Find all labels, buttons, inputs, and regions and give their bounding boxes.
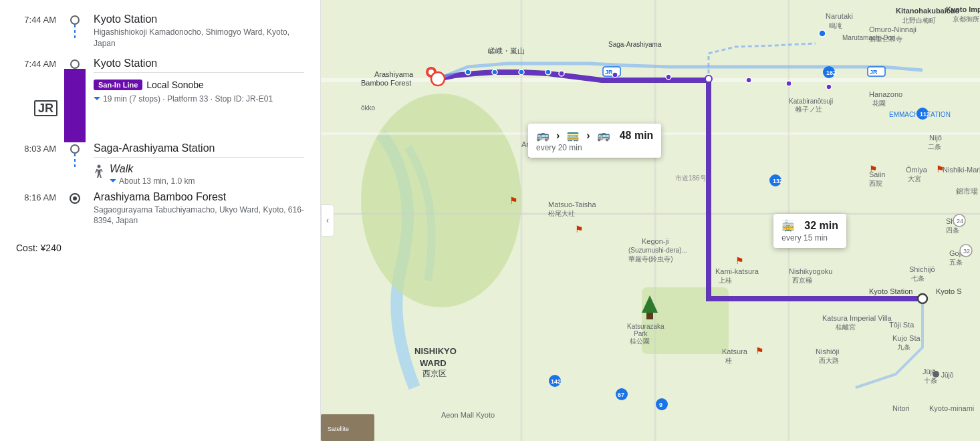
svg-text:錦市場: 錦市場 xyxy=(956,187,978,195)
destination-icon-col xyxy=(64,191,86,204)
walk-icon xyxy=(94,164,104,179)
svg-point-13 xyxy=(519,69,524,75)
svg-text:Nishiōji: Nishiōji xyxy=(816,347,839,355)
destination-address: Sagaogurayama Tabuchiyamacho, Ukyo Ward,… xyxy=(94,204,304,227)
origin-dot xyxy=(70,15,80,25)
svg-text:162: 162 xyxy=(826,69,836,76)
svg-text:Kyoto Imperial P...: Kyoto Imperial P... xyxy=(946,5,980,13)
svg-text:御室仁和寺: 御室仁和寺 xyxy=(869,35,902,43)
origin-station-name: Kyoto Station xyxy=(94,13,304,25)
svg-text:西大路: 西大路 xyxy=(819,357,839,364)
destination-row: 8:16 AM Arashiyama Bamboo Forest Sagaogu… xyxy=(16,191,304,235)
svg-point-77 xyxy=(612,72,618,78)
destination-content: Arashiyama Bamboo Forest Sagaogurayama T… xyxy=(86,191,304,235)
walk-info: Walk About 13 min, 1.0 km xyxy=(110,163,195,186)
svg-text:⚑: ⚑ xyxy=(869,164,878,174)
train-start-dot xyxy=(70,59,80,69)
svg-text:132: 132 xyxy=(773,178,783,184)
svg-point-2 xyxy=(361,94,521,307)
svg-text:Kegon-ji: Kegon-ji xyxy=(642,237,668,245)
map-svg: Arashiyama Bamboo Forest 嵯峨・嵐山 Saga-Aras… xyxy=(321,0,980,441)
svg-text:Katsura: Katsura xyxy=(722,347,748,355)
svg-text:Nijō: Nijō xyxy=(929,134,942,142)
mid-stop-row: 8:03 AM Saga-Arashiyama Station xyxy=(16,142,304,191)
svg-text:五条: 五条 xyxy=(949,259,963,266)
svg-text:Bamboo Forest: Bamboo Forest xyxy=(361,79,411,87)
svg-text:JR: JR xyxy=(870,69,878,76)
svg-text:Kujo Sta: Kujo Sta xyxy=(892,334,921,342)
train-start-row: 7:44 AM JR Kyoto Station xyxy=(16,57,304,142)
chevron-down-icon xyxy=(94,97,100,100)
connector-line-2 xyxy=(74,154,76,167)
svg-text:Nishiki-Marku: Nishiki-Marku xyxy=(943,166,980,174)
svg-point-18 xyxy=(431,72,445,86)
svg-point-80 xyxy=(746,78,751,83)
svg-text:⚑: ⚑ xyxy=(735,255,744,266)
svg-text:鳴滝: 鳴滝 xyxy=(829,22,842,29)
train-start-left: 7:44 AM JR xyxy=(16,57,86,142)
line-name: Local Sonobe xyxy=(146,80,204,90)
divider-1 xyxy=(94,72,304,73)
svg-text:112: 112 xyxy=(920,111,930,118)
map-collapse-button[interactable]: ‹ xyxy=(321,204,334,237)
train-details-text: 19 min (7 stops) · Platform 33 · Stop ID… xyxy=(103,94,273,104)
svg-point-79 xyxy=(705,76,712,82)
svg-point-11 xyxy=(465,69,471,75)
divider-2 xyxy=(94,157,304,158)
svg-point-14 xyxy=(545,69,551,75)
destination-time: 8:16 AM xyxy=(16,191,64,202)
svg-text:西京極: 西京極 xyxy=(792,277,812,284)
svg-text:Ōmiya: Ōmiya xyxy=(906,166,928,174)
svg-point-17 xyxy=(918,294,927,303)
svg-text:ōkko: ōkko xyxy=(361,104,376,112)
walk-details[interactable]: About 13 min, 1.0 km xyxy=(110,176,195,186)
svg-text:四条: 四条 xyxy=(946,227,959,234)
mid-stop-time: 8:03 AM xyxy=(16,142,64,154)
origin-content: Kyoto Station Higashishiokoji Kamadonoch… xyxy=(86,13,304,57)
mid-stop-content: Saga-Arashiyama Station Walk xyxy=(86,142,304,191)
svg-text:Saga-Arashiyama: Saga-Arashiyama xyxy=(608,41,662,48)
svg-text:桂公園: 桂公園 xyxy=(629,337,650,345)
walk-details-text: About 13 min, 1.0 km xyxy=(119,176,195,186)
svg-text:113: 113 xyxy=(786,225,796,231)
train-details[interactable]: 19 min (7 stops) · Platform 33 · Stop ID… xyxy=(94,94,304,104)
svg-text:Kyoto S: Kyoto S xyxy=(936,287,962,295)
svg-text:Katsurazaka: Katsurazaka xyxy=(627,323,664,330)
svg-text:24: 24 xyxy=(957,218,963,225)
svg-text:桂: 桂 xyxy=(725,357,732,364)
svg-text:京都御所: 京都御所 xyxy=(953,15,979,23)
svg-point-78 xyxy=(666,74,671,80)
svg-text:Tōji Sta: Tōji Sta xyxy=(889,321,914,329)
svg-text:⚑: ⚑ xyxy=(509,195,518,206)
svg-text:9: 9 xyxy=(659,402,662,408)
walk-icon-col xyxy=(94,163,104,182)
train-info: San-In Line Local Sonobe 19 min (7 stops… xyxy=(94,78,304,104)
svg-text:北野白梅町: 北野白梅町 xyxy=(902,17,936,24)
svg-point-82 xyxy=(826,84,832,90)
svg-text:大宮: 大宮 xyxy=(908,175,921,182)
map-panel: Arashiyama Bamboo Forest 嵯峨・嵐山 Saga-Aras… xyxy=(321,0,980,441)
timeline: 7:44 AM Kyoto Station Higashishiokoji Ka… xyxy=(16,13,304,253)
destination-left: 8:16 AM xyxy=(16,191,86,204)
train-line-purple xyxy=(64,69,86,142)
svg-text:花園: 花園 xyxy=(872,100,886,107)
svg-point-81 xyxy=(786,81,791,86)
destination-dot xyxy=(70,193,80,204)
svg-text:十条: 十条 xyxy=(924,377,937,384)
mid-stop-left: 8:03 AM xyxy=(16,142,86,167)
walk-chevron-icon xyxy=(110,179,116,182)
svg-point-123 xyxy=(819,30,826,37)
collapse-arrow-icon: ‹ xyxy=(326,216,329,225)
svg-text:67: 67 xyxy=(618,392,624,398)
svg-text:Arashiyama: Arashiyama xyxy=(374,70,414,78)
svg-text:Kyoto-minami: Kyoto-minami xyxy=(929,404,974,412)
svg-text:帷子ノ辻: 帷子ノ辻 xyxy=(795,106,822,113)
train-start-content: Kyoto Station San-In Line Local Sonobe 1… xyxy=(86,57,304,142)
walk-label: Walk xyxy=(110,163,195,175)
svg-text:Narutaki: Narutaki xyxy=(826,12,853,20)
svg-text:九条: 九条 xyxy=(897,343,910,351)
svg-text:Omuro-Ninnaji: Omuro-Ninnaji xyxy=(869,25,916,33)
svg-text:西京区: 西京区 xyxy=(422,369,447,378)
svg-text:西院: 西院 xyxy=(869,180,882,187)
walk-section: Walk About 13 min, 1.0 km xyxy=(94,163,304,186)
